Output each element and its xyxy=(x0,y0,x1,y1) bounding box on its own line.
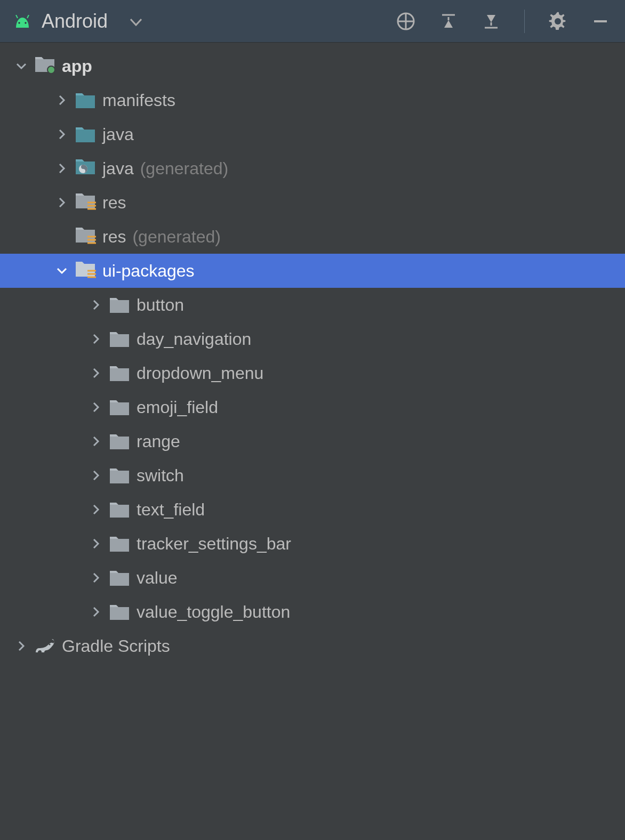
tree-node-java[interactable]: java xyxy=(0,117,625,151)
folder-icon xyxy=(107,296,132,314)
tree-label: value xyxy=(137,568,178,588)
view-selector-label: Android xyxy=(42,10,108,33)
folder-icon xyxy=(107,398,132,416)
chevron-down-icon[interactable] xyxy=(51,264,73,277)
tree-label: range xyxy=(137,432,180,451)
svg-point-13 xyxy=(47,66,55,74)
chevron-right-icon[interactable] xyxy=(85,333,107,345)
tree-node-day-navigation[interactable]: day_navigation xyxy=(0,322,625,356)
tree-label: Gradle Scripts xyxy=(62,636,170,656)
tree-label: res xyxy=(102,193,126,213)
chevron-right-icon[interactable] xyxy=(85,367,107,379)
tree-node-tracker-settings-bar[interactable]: tracker_settings_bar xyxy=(0,527,625,561)
gradle-icon xyxy=(32,637,58,655)
tree-label: ui-packages xyxy=(102,261,195,281)
folder-icon xyxy=(107,500,132,519)
view-selector[interactable]: Android xyxy=(13,10,142,33)
tree-label: value_toggle_button xyxy=(137,602,290,622)
chevron-right-icon[interactable] xyxy=(85,401,107,414)
tree-node-emoji-field[interactable]: emoji_field xyxy=(0,390,625,424)
svg-point-2 xyxy=(18,22,20,23)
select-opened-file-icon[interactable] xyxy=(394,10,418,33)
tree-label: res xyxy=(102,227,126,247)
tree-label: button xyxy=(137,295,184,315)
tree-node-text-field[interactable]: text_field xyxy=(0,492,625,527)
resource-folder-icon xyxy=(73,260,98,282)
project-view-header: Android xyxy=(0,0,625,43)
tree-node-res-generated[interactable]: res (generated) xyxy=(0,220,625,254)
chevron-right-icon[interactable] xyxy=(85,571,107,584)
folder-icon xyxy=(107,364,132,382)
resource-folder-icon xyxy=(73,191,98,214)
tree-label: switch xyxy=(137,466,184,486)
folder-icon xyxy=(107,603,132,621)
android-icon xyxy=(13,15,32,28)
expand-all-icon[interactable] xyxy=(437,10,460,33)
svg-point-24 xyxy=(49,643,50,645)
chevron-right-icon[interactable] xyxy=(85,469,107,482)
folder-icon xyxy=(107,535,132,553)
tree-node-switch[interactable]: switch xyxy=(0,458,625,492)
tree-label: text_field xyxy=(137,500,205,520)
tree-label-secondary: (generated) xyxy=(140,159,228,179)
tree-node-dropdown-menu[interactable]: dropdown_menu xyxy=(0,356,625,390)
chevron-right-icon[interactable] xyxy=(51,196,73,209)
header-divider xyxy=(524,10,525,33)
resource-folder-icon xyxy=(73,225,98,248)
chevron-right-icon[interactable] xyxy=(85,537,107,550)
chevron-right-icon[interactable] xyxy=(11,640,32,652)
tree-node-ui-packages[interactable]: ui-packages xyxy=(0,254,625,288)
tree-label: java xyxy=(102,159,134,179)
tree-label: emoji_field xyxy=(137,398,218,417)
gear-icon[interactable] xyxy=(546,10,570,33)
tree-node-button[interactable]: button xyxy=(0,288,625,322)
dropdown-arrow-icon xyxy=(130,13,142,30)
chevron-down-icon[interactable] xyxy=(11,60,32,72)
chevron-right-icon[interactable] xyxy=(85,605,107,618)
chevron-right-icon[interactable] xyxy=(85,298,107,311)
folder-icon xyxy=(73,125,98,143)
tree-node-range[interactable]: range xyxy=(0,424,625,458)
svg-point-3 xyxy=(25,22,26,23)
tree-label: day_navigation xyxy=(137,329,251,349)
chevron-right-icon[interactable] xyxy=(51,128,73,141)
tree-node-java-generated[interactable]: java (generated) xyxy=(0,151,625,185)
tree-node-app[interactable]: app xyxy=(0,49,625,83)
collapse-all-icon[interactable] xyxy=(479,10,503,33)
chevron-right-icon[interactable] xyxy=(51,162,73,175)
svg-point-11 xyxy=(555,18,561,25)
folder-icon xyxy=(107,466,132,484)
tree-label: dropdown_menu xyxy=(137,364,263,383)
folder-icon xyxy=(73,91,98,109)
chevron-right-icon[interactable] xyxy=(51,94,73,107)
tree-node-value[interactable]: value xyxy=(0,561,625,595)
chevron-right-icon[interactable] xyxy=(85,503,107,516)
tree-label: app xyxy=(62,56,92,76)
svg-line-0 xyxy=(16,15,18,18)
tree-node-res[interactable]: res xyxy=(0,185,625,220)
project-tree: app manifests java xyxy=(0,43,625,663)
tree-label: java xyxy=(102,125,134,144)
tree-label-secondary: (generated) xyxy=(132,227,220,247)
minimize-icon[interactable] xyxy=(589,10,612,33)
svg-line-1 xyxy=(27,15,29,18)
tree-label: manifests xyxy=(102,91,175,110)
generated-folder-icon xyxy=(73,157,98,180)
tree-node-gradle-scripts[interactable]: Gradle Scripts xyxy=(0,629,625,663)
tree-node-manifests[interactable]: manifests xyxy=(0,83,625,117)
tree-node-value-toggle-button[interactable]: value_toggle_button xyxy=(0,595,625,629)
module-folder-icon xyxy=(32,55,58,77)
tree-label: tracker_settings_bar xyxy=(137,534,291,554)
folder-icon xyxy=(107,330,132,348)
folder-icon xyxy=(107,432,132,450)
folder-icon xyxy=(107,569,132,587)
chevron-right-icon[interactable] xyxy=(85,435,107,448)
